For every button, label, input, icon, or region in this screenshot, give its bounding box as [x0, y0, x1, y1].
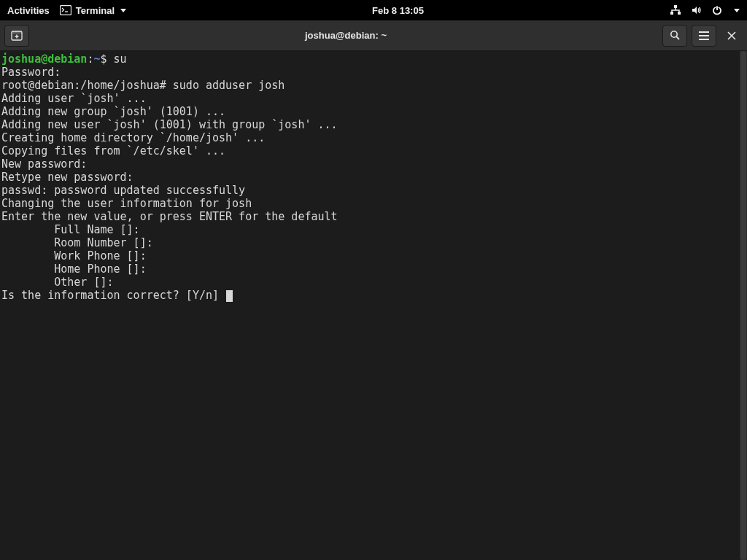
prompt-dollar: $ [100, 52, 113, 66]
app-menu-label: Terminal [76, 5, 115, 16]
output-line: Home Phone []: [1, 262, 746, 276]
chevron-down-icon [120, 9, 126, 12]
output-line: Copying files from `/etc/skel' ... [1, 144, 746, 158]
gnome-topbar: Activities Terminal Feb 8 13:05 [0, 0, 747, 20]
window-title: joshua@debian: ~ [34, 30, 658, 41]
cursor [226, 290, 233, 302]
output-line: Other []: [1, 276, 746, 289]
output-line: Changing the user information for josh [1, 197, 746, 210]
search-icon [670, 30, 681, 41]
output-line: Password: [1, 66, 746, 79]
prompt-line: root@debian:/home/joshua# sudo adduser j… [1, 79, 746, 92]
output-line: Full Name []: [1, 223, 746, 236]
output-line: passwd: password updated successfully [1, 184, 746, 197]
search-button[interactable] [662, 25, 687, 47]
activities-button[interactable]: Activities [7, 5, 50, 16]
status-area[interactable] [670, 5, 740, 15]
terminal-app-icon [60, 5, 71, 15]
svg-rect-3 [678, 12, 681, 15]
close-icon [727, 31, 736, 40]
output-line: Enter the new value, or press ENTER for … [1, 210, 746, 223]
output-line: Room Number []: [1, 236, 746, 249]
terminal-window: joshua@debian: ~ joshua@debian:~$ su Pas… [0, 20, 747, 560]
chevron-down-icon [734, 9, 740, 12]
command-text: su [114, 52, 127, 66]
svg-rect-8 [12, 31, 22, 34]
clock[interactable]: Feb 8 13:05 [372, 5, 424, 16]
output-line: Creating home directory `/home/josh' ... [1, 131, 746, 144]
volume-icon [692, 5, 702, 15]
prompt-text: Is the information correct? [Y/n] [1, 289, 225, 302]
hamburger-icon [699, 31, 709, 40]
prompt-line: joshua@debian:~$ su [1, 52, 746, 66]
output-line: Work Phone []: [1, 249, 746, 262]
new-tab-icon [11, 31, 23, 41]
svg-rect-2 [670, 12, 673, 15]
terminal-viewport[interactable]: joshua@debian:~$ su Password: root@debia… [0, 51, 747, 560]
power-icon [712, 5, 722, 15]
svg-rect-1 [674, 5, 677, 8]
app-menu[interactable]: Terminal [60, 5, 126, 16]
svg-rect-0 [60, 6, 71, 15]
menu-button[interactable] [692, 25, 716, 47]
svg-point-9 [670, 31, 676, 37]
output-line: Adding new group `josh' (1001) ... [1, 105, 746, 118]
close-button[interactable] [721, 25, 743, 47]
output-line: Adding new user `josh' (1001) with group… [1, 118, 746, 131]
output-line: Adding user `josh' ... [1, 92, 746, 105]
titlebar: joshua@debian: ~ [0, 20, 747, 51]
prompt-userhost: joshua@debian [1, 52, 87, 66]
scrollbar[interactable] [740, 51, 747, 560]
output-line: Is the information correct? [Y/n] [1, 289, 746, 302]
new-tab-button[interactable] [4, 25, 29, 47]
output-line: New password: [1, 158, 746, 171]
output-line: Retype new password: [1, 171, 746, 184]
network-icon [670, 5, 681, 15]
scrollbar-thumb[interactable] [740, 51, 746, 560]
